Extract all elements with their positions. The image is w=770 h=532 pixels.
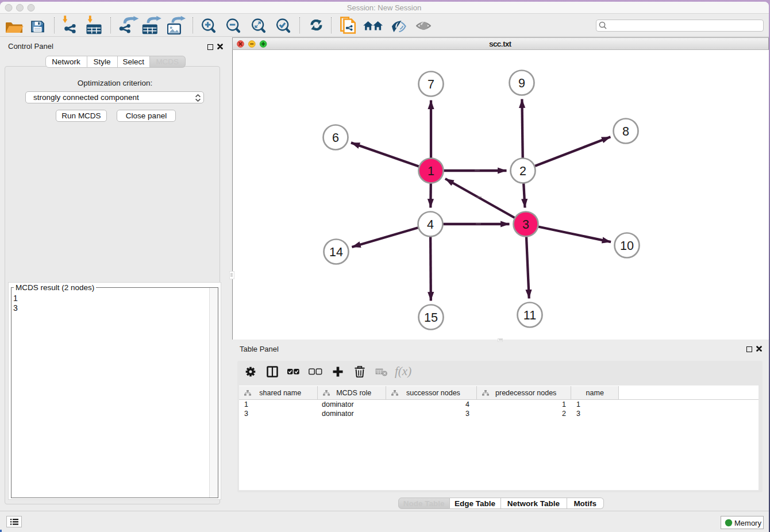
svg-text:8: 8 <box>622 125 629 138</box>
svg-text:10: 10 <box>620 239 634 253</box>
svg-text:3: 3 <box>522 218 529 232</box>
svg-text:9: 9 <box>518 76 525 90</box>
svg-text:4: 4 <box>427 218 434 232</box>
svg-text:2: 2 <box>519 164 526 178</box>
svg-text:7: 7 <box>428 78 434 91</box>
svg-text:15: 15 <box>424 311 438 325</box>
svg-text:6: 6 <box>332 131 339 145</box>
svg-text:11: 11 <box>523 309 536 322</box>
svg-text:14: 14 <box>329 245 343 259</box>
svg-text:1: 1 <box>428 164 434 178</box>
